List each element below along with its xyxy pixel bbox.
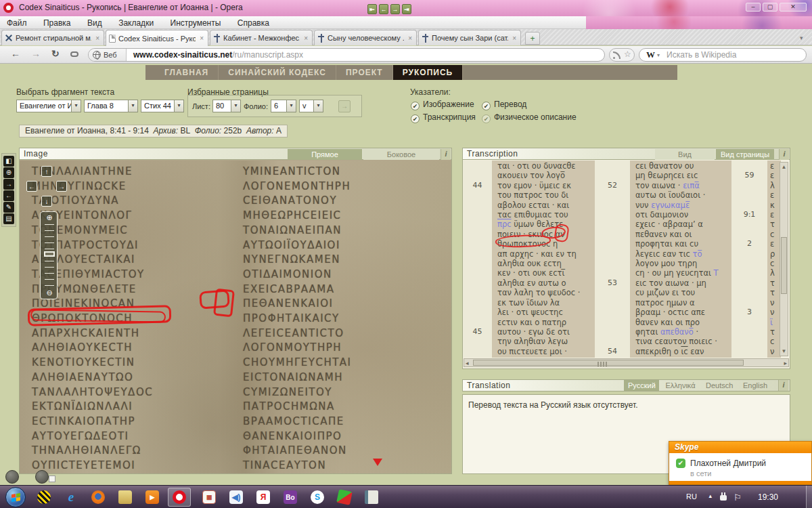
tab-repair[interactable]: Ремонт стиральной м... × xyxy=(1,30,104,45)
url-field[interactable]: Веб www.codex-sinaiticus.net/ru/manuscri… xyxy=(88,48,605,62)
side-light-button[interactable]: Боковое освещение xyxy=(363,149,439,160)
scrollbar-thumb[interactable] xyxy=(781,237,787,294)
nav-manuscript[interactable]: РУКОПИСЬ xyxy=(393,65,464,80)
nav-home[interactable]: ГЛАВНАЯ xyxy=(155,65,219,80)
menu-tools[interactable]: Инструменты xyxy=(164,17,228,29)
manuscript-image[interactable]: ΤΗΝΛΑΛΙΑΝΤΗΝΕΜΗΝΟΥΓΙΝΩϹΚΕΤΑΙΟΤΙΟΥΔΥΝΑΑΚΟ… xyxy=(20,161,451,473)
language-indicator[interactable]: RU xyxy=(686,492,697,501)
pan-left-icon[interactable]: ← xyxy=(26,181,37,192)
menu-bookmarks[interactable]: Закладки xyxy=(112,17,160,29)
skype-contact-name[interactable]: Плахотней Дмитрий xyxy=(690,459,766,468)
checkbox-image[interactable]: Изображение xyxy=(411,100,474,110)
power-plug-icon[interactable] xyxy=(720,495,727,501)
menu-file[interactable]: Файл xyxy=(0,17,34,29)
view-page-button[interactable]: Вид страницы xyxy=(716,149,774,160)
zoom-slider-thumb[interactable] xyxy=(44,251,55,257)
skype-notification[interactable]: Skype ✔ Плахотней Дмитрий в сети xyxy=(669,441,812,485)
last-page-button[interactable]: ⇥ xyxy=(402,4,411,14)
goto-page-button[interactable]: → xyxy=(338,100,351,112)
lang-tab-german[interactable]: Deutsch xyxy=(702,380,737,391)
reload-button[interactable]: ↻ xyxy=(51,48,60,59)
back-button[interactable]: ← xyxy=(11,48,20,59)
horizontal-scrollbar[interactable]: ◂ ▸ xyxy=(464,358,789,367)
key-icon[interactable] xyxy=(70,51,78,57)
wikipedia-icon[interactable]: W xyxy=(646,49,655,60)
lang-tab-greek[interactable]: Ελληνικά xyxy=(661,380,700,391)
yandex-icon[interactable]: Я xyxy=(252,488,275,507)
checkbox-translation[interactable]: Перевод xyxy=(482,100,526,110)
tab-close-icon[interactable]: × xyxy=(94,35,101,42)
checkbox-transcription[interactable]: Транскрипция xyxy=(411,112,476,123)
beeline-icon[interactable] xyxy=(32,488,55,507)
zoom-icon[interactable]: ⊕ xyxy=(3,167,14,178)
tab-synu[interactable]: Сыну человеческому ... × xyxy=(314,30,417,45)
tab-close-icon[interactable]: × xyxy=(198,35,205,42)
lang-tab-russian[interactable]: Русский xyxy=(624,380,659,391)
tab-codex-sinaiticus[interactable]: Codex Sinaiticus - Руко... × xyxy=(106,30,208,46)
editor-icon[interactable]: ▦ xyxy=(198,488,221,507)
tab-kabinet[interactable]: Кабинет - Межконфес... × xyxy=(210,30,313,45)
checkbox-checked-icon[interactable] xyxy=(411,114,420,123)
opera-icon[interactable] xyxy=(168,488,191,507)
new-tab-button[interactable]: + xyxy=(525,32,540,45)
show-desktop-button[interactable] xyxy=(806,486,812,508)
lang-tab-english[interactable]: English xyxy=(739,380,771,391)
explorer-folder-icon[interactable] xyxy=(114,488,137,507)
view-fragment-button[interactable]: Вид фрагмента xyxy=(655,149,715,160)
firefox-icon[interactable] xyxy=(87,488,110,507)
scroll-up-icon[interactable]: ▲ xyxy=(780,164,788,170)
arrow-right-icon[interactable]: → xyxy=(3,179,14,190)
tab-close-icon[interactable]: × xyxy=(511,35,518,42)
rss-icon[interactable] xyxy=(613,51,621,59)
side-select[interactable]: v▾ xyxy=(299,100,323,112)
media-player-icon[interactable]: ▶ xyxy=(141,488,164,507)
arrow-left-icon[interactable]: ← xyxy=(3,190,14,201)
minimize-button[interactable]: – xyxy=(746,3,761,12)
action-center-flag-icon[interactable]: ⚐ xyxy=(734,492,742,503)
pan-down-icon[interactable]: ↓ xyxy=(41,196,52,207)
checkbox-checked-icon[interactable] xyxy=(411,102,420,110)
scroll-right-icon[interactable]: ▸ xyxy=(784,360,787,366)
bo-app-icon[interactable]: Bo xyxy=(279,488,302,507)
notebook-icon[interactable] xyxy=(360,488,383,507)
search-input[interactable] xyxy=(667,49,802,60)
list-select[interactable]: 80▾ xyxy=(212,100,241,112)
pencil-icon[interactable]: ✎ xyxy=(3,202,14,213)
checkbox-checked-icon[interactable] xyxy=(482,102,491,110)
ie-icon[interactable]: e xyxy=(60,488,83,507)
chevron-down-icon[interactable]: ▾ xyxy=(657,52,660,58)
zoom-out-icon[interactable]: ⊖ xyxy=(41,289,58,297)
maximize-button[interactable]: ▢ xyxy=(763,3,777,12)
tab-close-icon[interactable]: × xyxy=(302,35,309,42)
tab-overflow-icon[interactable]: ▾ xyxy=(800,35,803,41)
folio-select[interactable]: 6▾ xyxy=(271,100,296,112)
tab-close-icon[interactable]: × xyxy=(407,35,413,42)
scroll-down-icon[interactable]: ▼ xyxy=(780,348,788,354)
chapter-select[interactable]: Глава 8▾ xyxy=(84,100,138,112)
tray-expand-icon[interactable]: ▴ xyxy=(708,492,712,499)
nav-project[interactable]: ПРОЕКТ xyxy=(336,65,393,80)
opera-turbo-icon[interactable] xyxy=(35,470,49,484)
next-page-button[interactable]: → xyxy=(390,4,400,14)
first-page-button[interactable]: ⇤ xyxy=(367,4,377,14)
panels-toggle-icon[interactable] xyxy=(5,470,19,484)
speaker-app-icon[interactable]: ◀) xyxy=(225,488,248,507)
close-button[interactable]: ✕ xyxy=(780,3,807,12)
prev-page-button[interactable]: ← xyxy=(379,4,388,14)
bookmark-star-icon[interactable]: ☆ xyxy=(624,49,631,59)
zoom-in-icon[interactable]: ⊕ xyxy=(41,213,58,222)
contrast-icon[interactable]: ◧ xyxy=(3,156,14,167)
zoom-slider[interactable]: ⊕ ⊖ xyxy=(40,211,58,299)
scroll-left-icon[interactable]: ◂ xyxy=(466,360,469,366)
nav-codex[interactable]: СИНАЙСКИЙ КОДЕКС xyxy=(219,65,336,80)
translation-info-button[interactable]: i xyxy=(778,380,788,391)
book-select[interactable]: Евангелие от Ио▾ xyxy=(16,100,81,112)
tab-pochemu[interactable]: Почему сын Зари (сат... × xyxy=(418,30,521,45)
menu-edit[interactable]: Правка xyxy=(37,17,78,29)
forward-button[interactable]: → xyxy=(31,48,41,59)
pan-up-icon[interactable]: ↑ xyxy=(41,166,52,177)
print-icon[interactable]: ▤ xyxy=(3,213,14,224)
scrollbar-thumb[interactable] xyxy=(473,360,744,366)
menu-view[interactable]: Вид xyxy=(81,17,109,29)
search-box[interactable]: W ▾ xyxy=(639,48,807,62)
